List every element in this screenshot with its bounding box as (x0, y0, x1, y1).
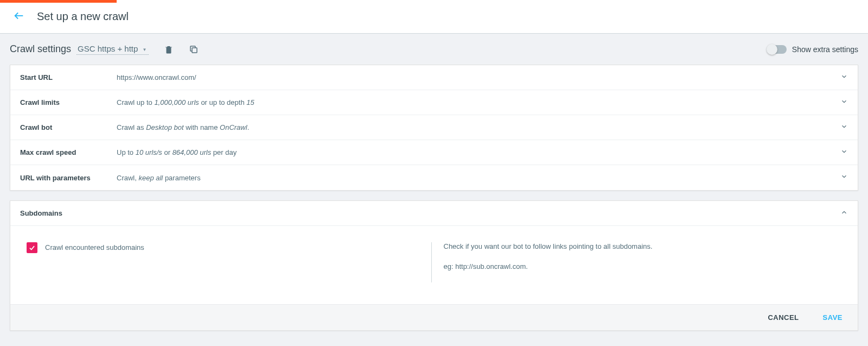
row-label: Subdomains (20, 209, 117, 217)
row-label: Crawl bot (20, 123, 117, 131)
crawl-subdomains-checkbox[interactable] (27, 242, 37, 253)
chevron-down-icon (840, 148, 848, 158)
chevron-down-icon (840, 73, 848, 83)
chevron-down-icon (840, 173, 848, 183)
settings-toolbar: Crawl settings GSC https + http Show ext… (10, 43, 858, 55)
toggle-thumb (767, 44, 777, 55)
row-label: Max crawl speed (20, 148, 117, 156)
row-label: URL with parameters (20, 174, 117, 182)
subdomains-help: Check if you want our bot to follow link… (431, 242, 848, 282)
row-crawl-limits[interactable]: Crawl limits Crawl up to 1,000,000 urls … (10, 90, 858, 115)
row-value: Crawl as Desktop bot with name OnCrawl. (117, 123, 835, 131)
extra-settings-label: Show extra settings (792, 45, 858, 54)
row-max-crawl-speed[interactable]: Max crawl speed Up to 10 urls/s or 864,0… (10, 140, 858, 165)
panel-footer: CANCEL SAVE (10, 304, 858, 330)
row-url-with-parameters[interactable]: URL with parameters Crawl, keep all para… (10, 165, 858, 190)
crawl-subdomains-label: Crawl encountered subdomains (45, 243, 144, 251)
row-value: https://www.oncrawl.com/ (117, 73, 835, 81)
subdomains-body: Crawl encountered subdomains Check if yo… (10, 226, 858, 304)
row-value: Crawl, keep all parameters (117, 174, 835, 182)
top-accent-bar (0, 0, 117, 3)
chevron-down-icon (840, 98, 848, 108)
row-subdomains-header[interactable]: Subdomains (10, 201, 858, 226)
copy-icon[interactable] (189, 45, 199, 54)
help-text-line2: eg: http://sub.oncrawl.com. (444, 262, 848, 270)
profile-dropdown[interactable]: GSC https + http (76, 44, 149, 55)
delete-icon[interactable] (164, 45, 174, 54)
chevron-up-icon (840, 209, 848, 218)
row-label: Crawl limits (20, 98, 117, 106)
subdomains-panel: Subdomains Crawl encountered subdomains … (10, 200, 858, 331)
back-arrow-icon[interactable] (13, 10, 25, 24)
extra-settings-toggle[interactable] (768, 45, 787, 54)
settings-summary-panel: Start URL https://www.oncrawl.com/ Crawl… (10, 65, 858, 191)
page-header: Set up a new crawl (0, 0, 868, 34)
crawl-settings-heading: Crawl settings (10, 43, 71, 55)
help-text-line1: Check if you want our bot to follow link… (444, 242, 848, 250)
svg-rect-1 (192, 48, 197, 53)
row-start-url[interactable]: Start URL https://www.oncrawl.com/ (10, 65, 858, 90)
row-value: Crawl up to 1,000,000 urls or up to dept… (117, 98, 835, 106)
save-button[interactable]: SAVE (823, 313, 843, 322)
row-value: Up to 10 urls/s or 864,000 urls per day (117, 148, 835, 156)
row-label: Start URL (20, 73, 117, 81)
page-title: Set up a new crawl (37, 10, 129, 23)
row-crawl-bot[interactable]: Crawl bot Crawl as Desktop bot with name… (10, 115, 858, 140)
cancel-button[interactable]: CANCEL (768, 313, 799, 322)
chevron-down-icon (840, 123, 848, 133)
